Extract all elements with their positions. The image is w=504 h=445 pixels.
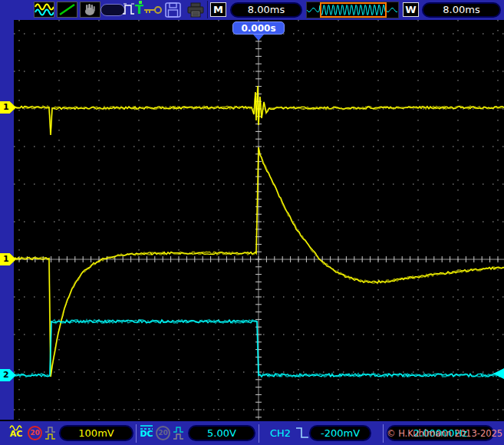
trigger-source-label[interactable]: CH2 xyxy=(270,427,291,439)
watermark: © H.Kuhlmann 2013-2025 xyxy=(387,428,504,439)
trigger-position-tag[interactable]: 0.000s xyxy=(232,21,285,35)
ch2-bandwidth-limit-badge[interactable]: 20 xyxy=(156,426,170,440)
trigger-level-readout[interactable]: -200mV xyxy=(309,425,371,441)
ch2-bw-value: 20 xyxy=(158,429,168,437)
window-timebase-label: W xyxy=(403,2,419,17)
window-timebase-readout[interactable]: 8.00ms xyxy=(422,2,501,18)
channels-waveform-icon[interactable] xyxy=(34,2,54,18)
status-led xyxy=(139,1,142,4)
ch2-scale-readout[interactable]: 5.00V xyxy=(188,425,255,441)
acquisition-preview[interactable] xyxy=(306,2,399,18)
save-icon[interactable] xyxy=(164,2,183,18)
ch2-coupling-label: DC xyxy=(140,429,153,439)
ch1-bandwidth-limit-badge[interactable]: 20 xyxy=(28,426,42,440)
toolbar-separator xyxy=(207,1,208,18)
marker-label: 2 xyxy=(3,370,9,380)
zoom-window-region[interactable] xyxy=(320,2,387,18)
trigger-level-arrow[interactable] xyxy=(493,368,504,379)
slope-icon[interactable] xyxy=(57,2,77,18)
trigger-position-pointer xyxy=(253,35,264,41)
statusbar-separator xyxy=(383,424,384,443)
marker-label: 1 xyxy=(3,254,9,264)
marker-label: 1 xyxy=(3,102,9,112)
status-bar: AC 20 100mV DC 20 5.00V CH2 xyxy=(0,420,504,445)
ch1-coupling-label: AC xyxy=(10,429,23,439)
ch1-scale-readout[interactable]: 100mV xyxy=(59,425,133,441)
main-timebase-readout[interactable]: 8.00ms xyxy=(230,2,302,18)
pulse-width-icon[interactable] xyxy=(122,2,136,18)
key-icon[interactable] xyxy=(143,4,163,16)
ch1-bw-value: 20 xyxy=(30,429,40,437)
graticule-and-traces xyxy=(14,20,504,420)
falling-edge-icon[interactable] xyxy=(295,426,310,440)
ch2-coupling-icon[interactable]: DC xyxy=(138,424,155,438)
ch1-coupling-icon[interactable]: AC xyxy=(8,424,25,438)
statusbar-separator xyxy=(259,424,259,443)
toolbar: T M 8.00ms W 8.00ms xyxy=(0,0,504,21)
statusbar-separator xyxy=(136,424,137,443)
left-border-strip xyxy=(0,20,14,420)
main-timebase-label: M xyxy=(210,2,226,17)
oscilloscope-screen: T M 8.00ms W 8.00ms 1 1 xyxy=(0,0,504,445)
ch2-waveform-style-icon[interactable] xyxy=(173,426,186,440)
print-icon[interactable] xyxy=(186,2,206,18)
ch1-waveform-style-icon[interactable] xyxy=(44,426,58,440)
hand-icon[interactable] xyxy=(80,2,100,18)
